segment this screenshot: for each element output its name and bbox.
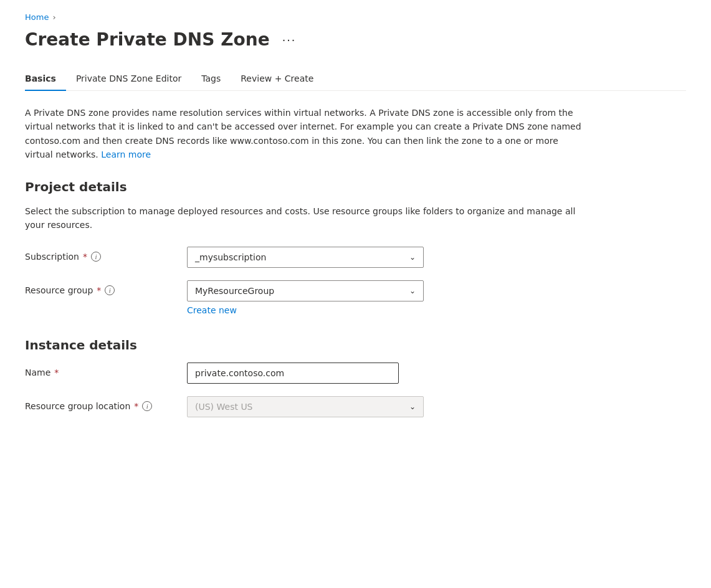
project-details-title: Project details	[25, 179, 686, 194]
breadcrumb-home[interactable]: Home	[25, 12, 49, 22]
resource-group-select[interactable]: MyResourceGroup ⌄	[187, 280, 424, 301]
resource-group-label-col: Resource group * i	[25, 280, 174, 295]
create-new-link[interactable]: Create new	[187, 305, 237, 315]
learn-more-link[interactable]: Learn more	[101, 149, 151, 159]
name-label: Name	[25, 368, 50, 377]
breadcrumb-separator: ›	[52, 12, 55, 22]
subscription-control-col: _mysubscription ⌄	[187, 247, 424, 268]
subscription-row: Subscription * i _mysubscription ⌄	[25, 247, 686, 268]
resource-group-location-label-col: Resource group location * i	[25, 396, 174, 411]
resource-group-row: Resource group * i MyResourceGroup ⌄ Cre…	[25, 280, 686, 315]
subscription-value: _mysubscription	[195, 252, 266, 262]
resource-group-required: *	[97, 285, 101, 295]
resource-group-location-value: (US) West US	[195, 402, 253, 412]
resource-group-value: MyResourceGroup	[195, 286, 274, 296]
project-details-description: Select the subscription to manage deploy…	[25, 204, 586, 232]
tab-dns-zone-editor[interactable]: Private DNS Zone Editor	[66, 67, 191, 91]
subscription-label-col: Subscription * i	[25, 247, 174, 262]
name-label-col: Name *	[25, 363, 174, 377]
tab-tags[interactable]: Tags	[191, 67, 231, 91]
tab-review-create[interactable]: Review + Create	[231, 67, 323, 91]
resource-group-location-control-col: (US) West US ⌄	[187, 396, 424, 417]
breadcrumb: Home ›	[25, 12, 686, 22]
resource-group-location-row: Resource group location * i (US) West US…	[25, 396, 686, 417]
name-row: Name *	[25, 363, 686, 384]
tab-basics[interactable]: Basics	[25, 67, 66, 91]
project-details-section: Project details Select the subscription …	[25, 179, 686, 316]
instance-details-title: Instance details	[25, 338, 686, 353]
page-title: Create Private DNS Zone	[25, 29, 270, 50]
resource-group-location-info-icon[interactable]: i	[142, 401, 152, 411]
subscription-chevron-icon: ⌄	[409, 253, 416, 262]
description-section: A Private DNS zone provides name resolut…	[25, 106, 586, 162]
subscription-select[interactable]: _mysubscription ⌄	[187, 247, 424, 268]
resource-group-location-chevron-icon: ⌄	[409, 402, 416, 411]
subscription-label: Subscription	[25, 252, 79, 262]
resource-group-location-label: Resource group location	[25, 401, 130, 411]
resource-group-chevron-icon: ⌄	[409, 287, 416, 295]
page-header: Create Private DNS Zone ···	[25, 29, 686, 50]
ellipsis-menu-button[interactable]: ···	[277, 30, 302, 49]
resource-group-control-col: MyResourceGroup ⌄ Create new	[187, 280, 424, 315]
subscription-info-icon[interactable]: i	[91, 252, 101, 262]
tabs-container: Basics Private DNS Zone Editor Tags Revi…	[25, 67, 686, 91]
name-control-col	[187, 363, 424, 384]
name-input[interactable]	[187, 363, 399, 384]
instance-details-section: Instance details Name * Resource group l…	[25, 338, 686, 417]
subscription-required: *	[83, 252, 87, 262]
resource-group-location-required: *	[134, 401, 138, 411]
resource-group-info-icon[interactable]: i	[105, 285, 115, 295]
name-required: *	[54, 368, 59, 377]
resource-group-label: Resource group	[25, 285, 93, 295]
resource-group-location-select: (US) West US ⌄	[187, 396, 424, 417]
